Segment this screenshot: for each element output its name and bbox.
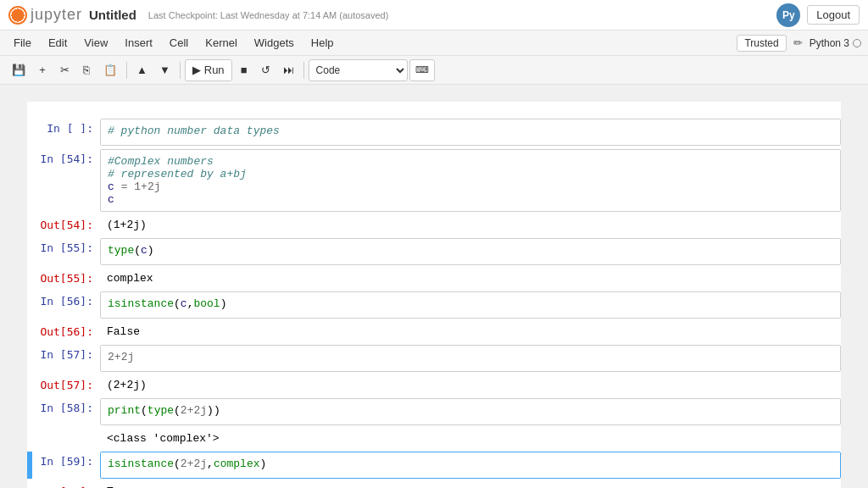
cell-prompt-58: In [58]: xyxy=(32,398,100,425)
cell-type-select[interactable]: Code Markdown Raw NBConvert Heading xyxy=(309,59,408,81)
cell-prompt-59: In [59]: xyxy=(32,452,100,479)
notebook-title[interactable]: Untitled xyxy=(89,8,136,22)
run-label: Run xyxy=(204,64,225,76)
jupyter-brand: jupyter xyxy=(31,6,82,24)
cell-57: In [57]: 2+2j xyxy=(27,345,841,372)
cell-prompt-out55: Out[55]: xyxy=(32,269,100,288)
menu-cell[interactable]: Cell xyxy=(163,34,195,52)
python-icon: Py xyxy=(776,3,800,27)
restart-run-button[interactable]: ⏭ xyxy=(278,59,299,81)
code-area-57[interactable]: 2+2j xyxy=(101,346,840,371)
cell-prompt-out57: Out[57]: xyxy=(32,375,100,395)
cell-prompt-55: In [55]: xyxy=(32,238,100,265)
cell-empty: In [ ]: # python number data types xyxy=(27,119,841,146)
cell-content-stream58: <class 'complex'> xyxy=(100,429,841,448)
toolbar-sep-2 xyxy=(180,62,181,79)
paste-cell-button[interactable]: 📋 xyxy=(98,59,122,81)
kernel-info: Python 3 xyxy=(810,37,861,49)
cell-54: In [54]: #Complex numbers # represented … xyxy=(27,149,841,212)
cell-content-59[interactable]: isinstance(2+2j,complex) xyxy=(100,452,841,479)
menu-right: Trusted ✏ Python 3 xyxy=(737,35,861,52)
cell-out-54: Out[54]: (1+2j) xyxy=(27,215,841,235)
output-area-stream58: <class 'complex'> xyxy=(100,429,841,448)
cell-prompt-out54: Out[54]: xyxy=(32,215,100,235)
cell-prompt-54: In [54]: xyxy=(32,149,100,212)
open-keyboard-shortcuts-button[interactable]: ⌨ xyxy=(409,59,435,81)
output-area-55: complex xyxy=(100,269,841,288)
code-area-54[interactable]: #Complex numbers # represented by a+bj c… xyxy=(101,150,840,211)
output-area-56: False xyxy=(100,322,841,341)
output-area-57: (2+2j) xyxy=(100,375,841,395)
code-area-59[interactable]: isinstance(2+2j,complex) xyxy=(101,452,840,478)
cell-55: In [55]: type(c) xyxy=(27,238,841,265)
cell-content[interactable]: # python number data types xyxy=(100,119,841,146)
code-cell-57[interactable]: 2+2j xyxy=(100,345,841,372)
code-area-55[interactable]: type(c) xyxy=(101,239,840,264)
menu-bar: File Edit View Insert Cell Kernel Widget… xyxy=(0,30,868,56)
run-icon: ▶ xyxy=(192,64,201,76)
cell-content-54[interactable]: #Complex numbers # represented by a+bj c… xyxy=(100,149,841,212)
cut-cell-button[interactable]: ✂ xyxy=(54,59,75,81)
menu-view[interactable]: View xyxy=(77,34,114,52)
add-cell-button[interactable]: + xyxy=(32,59,53,81)
menu-edit[interactable]: Edit xyxy=(42,34,74,52)
cell-content-55[interactable]: type(c) xyxy=(100,238,841,265)
code-area[interactable]: # python number data types xyxy=(101,119,840,145)
toolbar-sep-1 xyxy=(126,62,127,79)
interrupt-kernel-button[interactable]: ■ xyxy=(234,59,254,81)
cell-content-57[interactable]: 2+2j xyxy=(100,345,841,372)
code-cell[interactable]: # python number data types xyxy=(100,119,841,146)
code-area-56[interactable]: isinstance(c,bool) xyxy=(101,292,840,318)
cell-content-out57: (2+2j) xyxy=(100,375,841,395)
restart-kernel-button[interactable]: ↺ xyxy=(256,59,276,81)
top-bar: jupyter Untitled Last Checkpoint: Last W… xyxy=(0,0,868,30)
top-bar-right: Py Logout xyxy=(776,3,860,27)
output-area-59: True xyxy=(100,482,841,488)
cell-content-out54: (1+2j) xyxy=(100,215,841,235)
top-bar-left: jupyter Untitled Last Checkpoint: Last W… xyxy=(8,6,388,25)
code-cell-59[interactable]: isinstance(2+2j,complex) xyxy=(100,452,841,479)
toolbar-sep-3 xyxy=(303,62,304,79)
cell-out-56: Out[56]: False xyxy=(27,322,841,341)
menu-insert[interactable]: Insert xyxy=(118,34,159,52)
jupyter-logo: jupyter xyxy=(8,6,82,25)
menu-help[interactable]: Help xyxy=(304,34,341,52)
checkpoint-info: Last Checkpoint: Last Wednesday at 7:14 … xyxy=(148,10,389,20)
move-cell-down-button[interactable]: ▼ xyxy=(154,59,175,81)
code-cell-54[interactable]: #Complex numbers # represented by a+bj c… xyxy=(100,149,841,212)
cell-content-out55: complex xyxy=(100,269,841,288)
code-cell-58[interactable]: print(type(2+2j)) xyxy=(100,398,841,425)
move-cell-up-button[interactable]: ▲ xyxy=(131,59,153,81)
save-button[interactable]: 💾 xyxy=(7,59,31,81)
menu-file[interactable]: File xyxy=(7,34,38,52)
cell-content-56[interactable]: isinstance(c,bool) xyxy=(100,291,841,319)
cell-content-58[interactable]: print(type(2+2j)) xyxy=(100,398,841,425)
cell-58: In [58]: print(type(2+2j)) xyxy=(27,398,841,425)
code-area-58[interactable]: print(type(2+2j)) xyxy=(101,399,840,424)
cell-out-57: Out[57]: (2+2j) xyxy=(27,375,841,395)
cell-out-55: Out[55]: complex xyxy=(27,269,841,288)
kernel-label: Python 3 xyxy=(810,37,849,49)
code-cell-56[interactable]: isinstance(c,bool) xyxy=(100,291,841,319)
cell-59: In [59]: isinstance(2+2j,complex) xyxy=(27,452,841,479)
copy-cell-button[interactable]: ⎘ xyxy=(76,59,97,81)
menu-widgets[interactable]: Widgets xyxy=(248,34,301,52)
cell-56: In [56]: isinstance(c,bool) xyxy=(27,291,841,319)
toolbar: 💾 + ✂ ⎘ 📋 ▲ ▼ ▶ Run ■ ↺ ⏭ Code Markdown … xyxy=(0,56,868,85)
cell-prompt-57: In [57]: xyxy=(32,345,100,372)
run-button[interactable]: ▶ Run xyxy=(185,59,232,81)
notebook-area[interactable]: In [ ]: # python number data types In [5… xyxy=(0,85,868,488)
output-area-54: (1+2j) xyxy=(100,215,841,235)
trusted-button[interactable]: Trusted xyxy=(737,35,786,52)
code-cell-55[interactable]: type(c) xyxy=(100,238,841,265)
logout-button[interactable]: Logout xyxy=(807,5,860,25)
cell-prompt: In [ ]: xyxy=(32,119,100,146)
menu-kernel[interactable]: Kernel xyxy=(198,34,244,52)
cell-prompt-out56: Out[56]: xyxy=(32,322,100,341)
cell-prompt-56: In [56]: xyxy=(32,291,100,319)
cell-content-out59: True xyxy=(100,482,841,488)
jupyter-icon xyxy=(8,6,27,25)
cell-stream-58: <class 'complex'> xyxy=(27,429,841,448)
pencil-icon[interactable]: ✏ xyxy=(793,36,803,49)
cell-content-out56: False xyxy=(100,322,841,341)
